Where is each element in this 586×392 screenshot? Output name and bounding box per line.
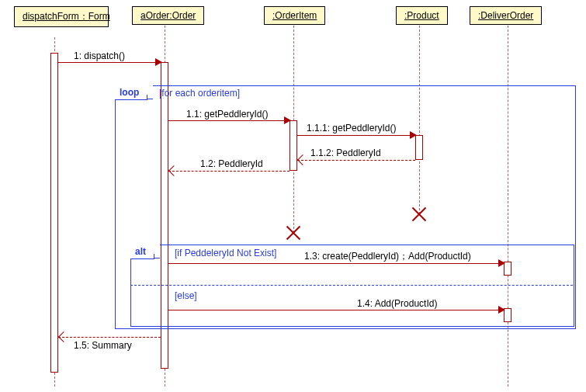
message-line	[297, 135, 412, 136]
arrow-right-icon	[155, 58, 162, 66]
fragment-guard: [else]	[175, 290, 197, 301]
message-label: 1.1.1: getPeddleryId()	[307, 123, 396, 134]
message-label: 1.2: PeddleryId	[200, 158, 263, 169]
lifeline-label: :Product	[404, 10, 439, 21]
message-label: 1.5: Summary	[74, 340, 132, 351]
alt-divider	[130, 285, 573, 286]
lifeline-label: :DeliverOrder	[478, 10, 533, 21]
arrow-left-open-icon	[58, 331, 69, 342]
message-label: 1.4: Add(ProductId)	[357, 298, 437, 309]
message-label: 1.1: getPeddleryId()	[186, 109, 268, 120]
message-label: 1.1.2: PeddleryId	[310, 147, 381, 158]
message-label: 1: dispatch()	[74, 50, 125, 61]
message-line	[168, 310, 501, 310]
lifeline-label: aOrder:Order	[140, 10, 196, 21]
message-return-line	[297, 160, 415, 161]
fragment-label: loop	[115, 85, 147, 100]
lifeline-label: :OrderItem	[272, 10, 317, 21]
arrow-right-icon	[410, 131, 417, 139]
arrow-right-icon	[498, 259, 505, 267]
lifeline-aorder: aOrder:Order	[132, 6, 204, 25]
message-return-line	[168, 171, 290, 172]
message-line	[58, 62, 157, 63]
lifeline-label: dispatchForm：Form	[23, 11, 110, 22]
sequence-diagram: dispatchForm：Form aOrder:Order :OrderIte…	[0, 0, 586, 392]
fragment-label: alt	[130, 245, 154, 259]
message-label: 1.3: create(PeddleryId)；Add(ProductId)	[304, 250, 471, 263]
message-line	[168, 120, 286, 121]
arrow-right-icon	[498, 306, 505, 314]
fragment-guard: [if PeddeleryId Not Exist]	[175, 248, 276, 258]
lifeline-product: :Product	[396, 6, 448, 25]
activation	[50, 53, 58, 373]
lifeline-dispatchform: dispatchForm：Form	[14, 6, 109, 27]
fragment-guard: [for each orderitem]	[159, 88, 240, 99]
arrow-right-icon	[284, 116, 291, 124]
message-return-line	[58, 337, 161, 338]
lifeline-deliverorder: :DeliverOrder	[470, 6, 542, 25]
message-line	[168, 263, 501, 264]
lifeline-orderitem: :OrderItem	[264, 6, 325, 25]
